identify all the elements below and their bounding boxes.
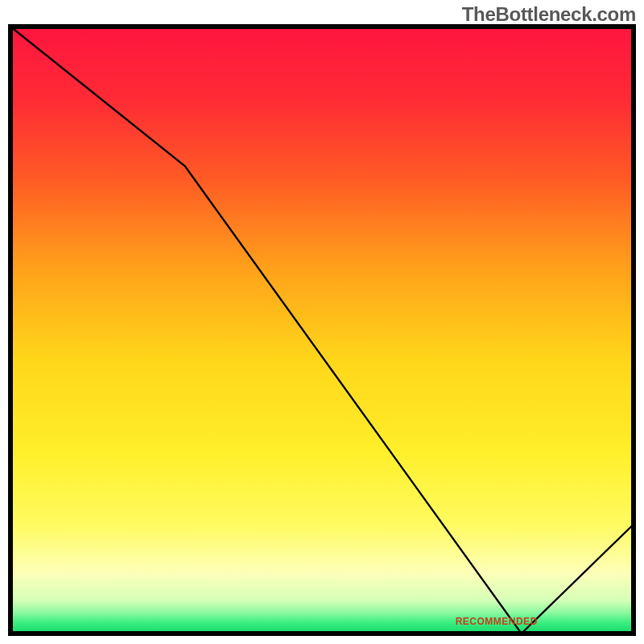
chart-container: TheBottleneck.com RECOMMENDED — [0, 0, 644, 644]
recommended-label: RECOMMENDED — [456, 616, 538, 627]
chart-area: RECOMMENDED — [8, 24, 636, 636]
bottleneck-chart: RECOMMENDED — [8, 24, 636, 636]
watermark-label: TheBottleneck.com — [462, 3, 636, 26]
plot-background — [10, 27, 634, 634]
